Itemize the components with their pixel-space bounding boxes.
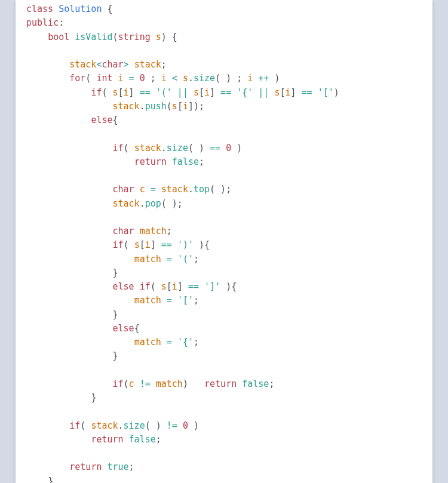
code-token: = <box>145 184 161 195</box>
code-token <box>26 434 91 445</box>
code-token: . <box>188 184 194 195</box>
code-token: if <box>69 420 80 431</box>
code-token: [ <box>118 87 124 98</box>
code-token: i <box>124 87 129 98</box>
code-token: if <box>113 239 124 250</box>
code-token: char <box>102 59 123 70</box>
code-token: 0 <box>183 420 188 431</box>
code-token: } <box>113 309 118 320</box>
code-token: i <box>161 73 167 84</box>
code-token: } <box>48 476 53 484</box>
code-token: ( ) ; <box>215 73 247 84</box>
code-token: stack <box>113 101 140 112</box>
code-token: ) <box>183 379 204 389</box>
code-token: ; <box>145 73 161 84</box>
code-token: = <box>161 337 177 347</box>
code-token: ; <box>199 156 204 167</box>
code-token: ) <box>334 87 339 98</box>
code-token: ) <box>188 420 199 431</box>
code-token: ( <box>113 32 118 42</box>
code-token: i <box>172 281 177 292</box>
code-token <box>26 32 48 42</box>
code-token: || <box>253 87 274 98</box>
code-token: stack <box>113 198 140 209</box>
code-token: ')' <box>177 239 194 250</box>
code-token: '(' <box>177 254 194 264</box>
code-token <box>26 392 91 403</box>
code-token: else <box>113 323 134 334</box>
code-token: ( ) <box>145 420 161 431</box>
code-token: = <box>124 73 140 84</box>
code-token: s <box>161 281 167 292</box>
code-token <box>26 184 113 195</box>
code-token: . <box>161 143 167 153</box>
code-token: ( <box>124 379 129 389</box>
code-block: class Solution { public: bool isValid(st… <box>26 2 422 483</box>
code-token: ] <box>129 87 134 98</box>
code-token <box>26 420 69 431</box>
code-token: . <box>140 101 145 112</box>
code-token: return <box>134 156 167 167</box>
code-token <box>26 476 48 484</box>
code-token: ; <box>269 379 274 389</box>
code-token: = <box>161 295 177 306</box>
code-token: pop <box>145 198 161 209</box>
code-token: ; <box>167 226 172 236</box>
code-token: match <box>134 226 167 236</box>
code-token: : <box>59 17 64 28</box>
code-token: public <box>26 17 59 28</box>
code-token: return <box>69 462 102 472</box>
code-token: stack <box>134 59 161 70</box>
code-token: == <box>183 281 204 292</box>
code-token <box>26 350 113 361</box>
code-token: s <box>183 73 188 84</box>
code-token: ( <box>124 239 134 250</box>
code-token: false <box>167 156 199 167</box>
code-token: == <box>204 143 226 153</box>
code-token: ]); <box>188 101 204 112</box>
code-token: size <box>124 420 145 431</box>
code-token <box>26 115 91 125</box>
code-token: == <box>156 239 177 250</box>
code-token: return <box>204 379 237 389</box>
code-token: . <box>118 420 124 431</box>
code-token: ( ); <box>210 184 231 195</box>
code-token <box>26 198 113 209</box>
code-token: stack <box>161 184 188 195</box>
code-token: ( <box>102 87 112 98</box>
code-token: bool <box>48 32 69 42</box>
code-token <box>26 267 113 278</box>
code-token: ++ <box>253 73 269 84</box>
code-token <box>26 309 113 320</box>
code-token: { <box>102 4 112 14</box>
code-token: ( ); <box>161 198 183 209</box>
code-token <box>26 281 113 292</box>
code-token: ( ) <box>188 143 204 153</box>
code-token <box>26 295 134 306</box>
code-token: ']' <box>204 281 220 292</box>
code-token: if <box>134 281 151 292</box>
code-token: > <box>124 59 134 70</box>
code-token <box>26 156 134 167</box>
code-token: ; <box>161 59 167 70</box>
code-token: s <box>151 32 161 42</box>
code-token <box>26 254 134 264</box>
code-token: c <box>134 184 145 195</box>
code-token: != <box>161 420 183 431</box>
code-token <box>26 337 134 347</box>
code-token: ( <box>167 101 172 112</box>
code-token: == <box>134 87 156 98</box>
code-token: class <box>26 4 53 14</box>
code-token: } <box>113 267 118 278</box>
code-token: for <box>69 73 85 84</box>
code-token: ; <box>129 462 134 472</box>
code-token: ] <box>210 87 215 98</box>
code-token: '(' <box>156 87 172 98</box>
code-token <box>26 59 69 70</box>
code-token: i <box>113 73 124 84</box>
code-token: ( <box>85 73 96 84</box>
code-token: == <box>215 87 237 98</box>
code-token: . <box>188 73 194 84</box>
code-token: ; <box>156 434 161 445</box>
code-token: '{' <box>177 337 194 347</box>
